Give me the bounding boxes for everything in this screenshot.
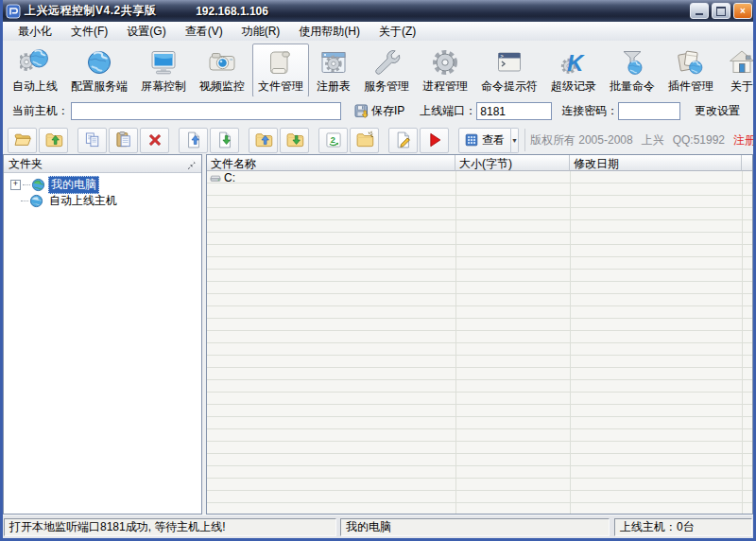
toolbar-button-10[interactable]: 批量命令 [604, 44, 661, 97]
menu-item-5[interactable]: 使用帮助(H) [289, 22, 369, 42]
wrench-icon [371, 47, 402, 78]
column-header-0[interactable]: 文件名称 [207, 155, 455, 171]
password-input[interactable] [618, 102, 680, 120]
file-list-body: C: [207, 171, 752, 514]
toolbar-button-label: 命令提示符 [481, 79, 538, 95]
status-panel-0: 打开本地监听端口8181成功, 等待主机上线! [4, 518, 336, 536]
toolbar-button-8[interactable]: >_ 命令提示符 [475, 44, 543, 97]
file-toolbar-button-5[interactable] [179, 128, 208, 153]
file-list-row[interactable]: C: [207, 171, 752, 183]
maximize-button[interactable] [712, 3, 730, 19]
close-button[interactable]: × [733, 3, 752, 19]
toolbar-button-1[interactable]: 配置服务端 [65, 44, 133, 97]
scroll-icon [266, 47, 296, 78]
folders-header-label: 文件夹 [9, 156, 43, 172]
toolbar-button-0[interactable]: 自动上线 [7, 44, 63, 97]
toolbar-button-7[interactable]: 进程管理 [417, 44, 473, 97]
file-name: C: [224, 172, 235, 183]
port-input[interactable] [476, 102, 552, 120]
file-download-icon [215, 131, 234, 149]
grid-line [742, 171, 743, 514]
file-toolbar-button-11[interactable] [388, 128, 418, 153]
menu-item-2[interactable]: 设置(G) [117, 22, 175, 42]
camera-icon [207, 47, 237, 78]
tree-item-0[interactable]: + 我的电脑 [4, 177, 201, 193]
file-toolbar-button-1[interactable] [39, 128, 68, 153]
menu-item-3[interactable]: 查看(V) [176, 22, 232, 42]
file-toolbar-button-4[interactable] [140, 128, 169, 153]
save-ip-button[interactable]: 保存IP [354, 103, 404, 119]
menu-item-4[interactable]: 功能(R) [232, 22, 290, 42]
toolbar-button-label: 文件管理 [258, 79, 303, 95]
status-panel-1: 我的电脑 [340, 518, 610, 536]
file-toolbar-button-7[interactable] [249, 128, 278, 153]
tree-expander-icon[interactable]: + [10, 180, 21, 190]
menu-item-6[interactable]: 关于(Z) [369, 22, 425, 42]
current-host-input[interactable] [71, 102, 341, 120]
file-toolbar: 2 查看 ▼ 版权所有 2005-2008 上兴 QQ:51992 注册商业版 [3, 126, 753, 154]
tree-item-1[interactable]: 自动上线主机 [4, 193, 201, 209]
file-list-panel: 文件名称大小(字节)修改日期 C: [206, 154, 753, 515]
toolbar-button-5[interactable]: 注册表 [311, 44, 356, 97]
globe-funnel-icon [617, 47, 647, 78]
window-controls: × [690, 3, 752, 19]
minimize-button[interactable] [690, 3, 709, 19]
toolbar-button-6[interactable]: 服务管理 [358, 44, 415, 97]
file-toolbar-button-8[interactable] [280, 128, 309, 153]
app-icon [6, 4, 21, 19]
registry-window-icon [318, 47, 349, 78]
view-button[interactable]: 查看 [458, 128, 511, 153]
toolbar-button-12[interactable]: 关于 [721, 44, 756, 97]
file-toolbar-button-6[interactable] [210, 128, 239, 153]
host-bar: 当前主机： 保存IP 上线端口： 连接密码： 更改设置 [3, 96, 753, 127]
file-toolbar-button-9[interactable]: 2 [318, 128, 348, 153]
view-button-label: 查看 [482, 132, 505, 148]
folders-panel: 文件夹 + 我的电脑 自动上线主机 [3, 154, 202, 515]
grid-line [455, 171, 456, 514]
gear-icon [430, 47, 460, 78]
run-icon [425, 131, 444, 149]
menu-bar: 最小化文件(F)设置(G)查看(V)功能(R)使用帮助(H)关于(Z) [3, 22, 753, 42]
change-settings-button[interactable]: 更改设置 [695, 103, 740, 119]
toolbar-button-3[interactable]: 视频监控 [194, 44, 250, 97]
monitor-icon [148, 47, 179, 78]
toolbar-button-label: 插件管理 [668, 79, 713, 95]
file-toolbar-button-12[interactable] [420, 128, 449, 153]
folder-upload-icon [254, 131, 273, 149]
toolbar-button-label: 视频监控 [199, 79, 245, 95]
svg-text:2: 2 [330, 135, 335, 145]
floppy-save-icon [354, 104, 369, 119]
toolbar-button-label: 批量命令 [610, 79, 655, 95]
computer-globe-icon [31, 178, 45, 192]
file-toolbar-button-10[interactable] [350, 128, 379, 153]
chevron-down-icon: ▼ [511, 137, 518, 144]
menu-item-1[interactable]: 文件(F) [61, 22, 117, 42]
file-toolbar-button-2[interactable] [77, 128, 107, 153]
status-bar: 打开本地监听端口8181成功, 等待主机上线!我的电脑上线主机：0台 [3, 515, 753, 538]
k-gear-icon: K [558, 47, 589, 78]
view-grid-icon [465, 133, 478, 147]
refresh-icon: 2 [324, 131, 343, 149]
folder-tree: + 我的电脑 自动上线主机 [4, 173, 201, 209]
title-bar: 上兴远程控制V4.2共享版 192.168.1.106 × [0, 0, 756, 22]
status-panel-2: 上线主机：0台 [614, 518, 752, 536]
toolbar-button-11[interactable]: 插件管理 [662, 44, 719, 97]
menu-item-0[interactable]: 最小化 [9, 22, 61, 42]
column-header-2[interactable]: 修改日期 [570, 155, 742, 171]
file-upload-icon [184, 131, 203, 149]
maximize-icon [716, 7, 726, 16]
toolbar-button-4[interactable]: 文件管理 [252, 44, 309, 97]
toolbar-button-label: 关于 [730, 79, 753, 95]
window-title-ip: 192.168.1.106 [196, 5, 268, 18]
toolbar-button-2[interactable]: 屏幕控制 [135, 44, 192, 97]
view-dropdown-button[interactable]: ▼ [511, 128, 519, 153]
window-title: 上兴远程控制V4.2共享版 [25, 3, 156, 19]
password-label: 连接密码： [561, 103, 618, 119]
register-commercial-link[interactable]: 注册商业版 [733, 132, 756, 148]
column-header-1[interactable]: 大小(字节) [455, 155, 570, 171]
toolbar-button-label: 进程管理 [422, 79, 468, 95]
file-toolbar-button-0[interactable] [8, 128, 37, 153]
file-toolbar-button-3[interactable] [109, 128, 138, 153]
pin-icon[interactable] [184, 158, 197, 170]
toolbar-button-9[interactable]: K 超级记录 [545, 44, 602, 97]
